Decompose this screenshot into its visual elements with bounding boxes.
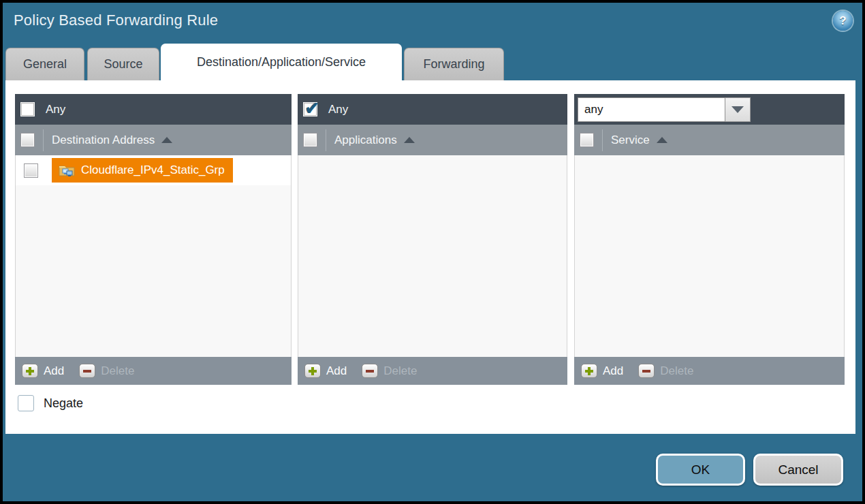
service-header-row: Service xyxy=(574,125,845,155)
plus-icon xyxy=(304,364,321,378)
service-select-all-checkbox[interactable] xyxy=(580,133,594,147)
destination-any-bar: Any xyxy=(15,94,292,125)
applications-select-all-checkbox[interactable] xyxy=(303,133,317,147)
destination-any-label: Any xyxy=(46,103,65,116)
service-add-button[interactable]: Add xyxy=(581,364,623,378)
tab-general[interactable]: General xyxy=(5,48,84,80)
applications-footer: Add Delete xyxy=(298,357,567,385)
destination-add-button[interactable]: Add xyxy=(22,364,64,378)
address-group-name: Cloudflare_IPv4_Static_Grp xyxy=(81,163,225,177)
minus-icon xyxy=(638,364,655,378)
tab-source[interactable]: Source xyxy=(87,48,159,80)
applications-header-row: Applications xyxy=(298,125,567,155)
cancel-button[interactable]: Cancel xyxy=(753,454,843,486)
applications-any-label: Any xyxy=(328,103,348,116)
service-column-header[interactable]: Service xyxy=(611,133,650,147)
applications-column-header[interactable]: Applications xyxy=(334,133,397,147)
plus-icon xyxy=(22,364,38,378)
chevron-down-icon xyxy=(732,106,744,113)
destination-column-header[interactable]: Destination Address xyxy=(52,133,155,147)
applications-list xyxy=(298,155,567,357)
minus-icon xyxy=(362,364,378,378)
service-list xyxy=(574,155,845,357)
applications-any-checkbox[interactable] xyxy=(303,102,317,116)
applications-add-button[interactable]: Add xyxy=(304,364,347,378)
help-icon[interactable]: ? xyxy=(833,11,853,31)
destination-list: Cloudflare_IPv4_Static_Grp xyxy=(15,155,292,357)
minus-icon xyxy=(79,364,95,378)
service-footer: Add Delete xyxy=(574,357,845,385)
dropdown-button[interactable] xyxy=(725,97,751,122)
destination-delete-button[interactable]: Delete xyxy=(79,364,134,378)
destination-select-all-checkbox[interactable] xyxy=(20,133,35,147)
page-title: Policy Based Forwarding Rule xyxy=(14,12,218,29)
sort-ascending-icon xyxy=(404,137,415,143)
service-column: any Service Add D xyxy=(574,94,845,385)
sort-ascending-icon xyxy=(161,137,172,143)
destination-header-row: Destination Address xyxy=(15,125,292,155)
applications-column: Any Applications Add Delete xyxy=(298,94,567,385)
service-any-bar: any xyxy=(574,94,845,125)
service-dropdown[interactable]: any xyxy=(578,97,751,122)
destination-column: Any Destination Address xyxy=(15,94,292,385)
table-row[interactable]: Cloudflare_IPv4_Static_Grp xyxy=(16,155,291,185)
applications-delete-button[interactable]: Delete xyxy=(362,364,417,378)
ok-button[interactable]: OK xyxy=(656,454,745,486)
service-delete-button[interactable]: Delete xyxy=(638,364,693,378)
policy-forwarding-dialog: Policy Based Forwarding Rule ? General S… xyxy=(0,0,865,504)
service-dropdown-value[interactable]: any xyxy=(578,97,725,122)
sort-ascending-icon xyxy=(657,137,667,143)
negate-label: Negate xyxy=(44,396,83,411)
destination-any-checkbox[interactable] xyxy=(20,102,35,116)
applications-any-bar: Any xyxy=(298,94,567,125)
negate-row: Negate xyxy=(18,395,83,411)
tab-destination-application-service[interactable]: Destination/Application/Service xyxy=(161,44,402,80)
tab-forwarding[interactable]: Forwarding xyxy=(404,48,504,80)
plus-icon xyxy=(581,364,597,378)
negate-checkbox[interactable] xyxy=(18,395,34,411)
address-group-icon xyxy=(59,163,75,177)
selected-address-group[interactable]: Cloudflare_IPv4_Static_Grp xyxy=(52,158,233,183)
tab-content: Any Destination Address xyxy=(5,80,855,434)
row-checkbox[interactable] xyxy=(24,163,38,178)
destination-footer: Add Delete xyxy=(15,357,292,385)
